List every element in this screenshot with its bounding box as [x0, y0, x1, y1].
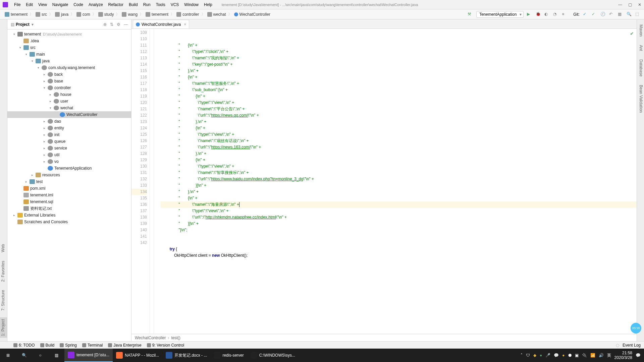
- stop-icon[interactable]: ■: [562, 12, 567, 17]
- taskbar-app[interactable]: 开发笔记.docx - ...: [162, 349, 210, 362]
- tray-wifi-icon[interactable]: 📶: [590, 353, 595, 358]
- menu-build[interactable]: Build: [126, 2, 141, 7]
- tree-item[interactable]: ▸init: [7, 131, 131, 138]
- editor-breadcrumb[interactable]: WechatController › test(): [131, 334, 637, 341]
- breadcrumb-item[interactable]: tenement: [144, 12, 170, 17]
- git-commit-icon[interactable]: ✓: [592, 12, 597, 17]
- tree-item[interactable]: ▸resources: [7, 172, 131, 178]
- event-log-icon[interactable]: ◌: [616, 343, 619, 348]
- menu-edit[interactable]: Edit: [23, 2, 36, 7]
- fold-strip[interactable]: [150, 29, 154, 334]
- breadcrumb-item[interactable]: tenement: [3, 12, 29, 17]
- tree-arrow-icon[interactable]: ▾: [13, 33, 17, 36]
- run-config-select[interactable]: TenementApplication: [476, 11, 524, 18]
- tree-arrow-icon[interactable]: ▸: [32, 173, 36, 177]
- tree-item[interactable]: ▸house: [7, 91, 131, 98]
- profile-icon[interactable]: ◔: [553, 12, 558, 17]
- taskbar-app[interactable]: C:\WINDOWS\sys...: [247, 349, 299, 362]
- menu-code[interactable]: Code: [71, 2, 86, 7]
- tree-item[interactable]: ▸base: [7, 78, 131, 84]
- tree-arrow-icon[interactable]: ▸: [25, 180, 30, 183]
- menu-tools[interactable]: Tools: [153, 2, 168, 7]
- hide-icon[interactable]: —: [124, 22, 128, 27]
- inspection-ok-icon[interactable]: ✔: [630, 31, 634, 37]
- code-editor[interactable]: " {\n" + " \"type\":\"click\",\n" + " \"…: [154, 29, 637, 334]
- tree-arrow-icon[interactable]: ▾: [32, 59, 36, 63]
- tray-ime[interactable]: 英: [607, 353, 611, 358]
- breadcrumb-item[interactable]: wang: [120, 12, 139, 17]
- tree-item[interactable]: tenement.sql: [7, 198, 131, 205]
- breadcrumb-item[interactable]: controller: [175, 12, 200, 17]
- tray-volume-icon[interactable]: 🔊: [599, 353, 604, 358]
- gear-icon[interactable]: ⚙: [117, 22, 120, 27]
- tree-item[interactable]: ▸External Libraries: [7, 212, 131, 219]
- notification-icon[interactable]: 💬: [636, 353, 641, 358]
- project-dropdown-icon[interactable]: ▾: [32, 22, 34, 27]
- tree-arrow-icon[interactable]: ▸: [44, 160, 48, 163]
- tree-item[interactable]: 资料笔记.txt: [7, 205, 131, 212]
- tree-item[interactable]: ▸test: [7, 178, 131, 185]
- taskbar-clock[interactable]: 21:58 2020/3/28: [614, 351, 632, 360]
- breadcrumb-item[interactable]: WechatController: [233, 12, 272, 17]
- event-log-button[interactable]: Event Log: [623, 343, 641, 348]
- tray-mic-icon[interactable]: 🎤: [545, 353, 550, 358]
- breadcrumb-item[interactable]: src: [34, 12, 48, 17]
- tree-item[interactable]: ▸queue: [7, 138, 131, 145]
- menu-view[interactable]: View: [36, 2, 50, 7]
- tool-project[interactable]: 1: Project: [0, 317, 7, 338]
- tree-arrow-icon[interactable]: ▸: [44, 133, 48, 136]
- menu-vcs[interactable]: VCS: [168, 2, 182, 7]
- bottom-tool-button[interactable]: Spring: [57, 343, 79, 348]
- tool-bean-validation[interactable]: Bean Validation: [637, 83, 644, 114]
- system-tray[interactable]: ˄ 🛡 ◆ ● 🎤 💬 ● ⬢ ▣ 🔌 📶 🔊 英 21:58 2020/3/2…: [521, 351, 644, 360]
- tree-item[interactable]: ▸user: [7, 98, 131, 105]
- tool-structure[interactable]: 7: Structure: [0, 288, 7, 312]
- tree-arrow-icon[interactable]: ▸: [44, 140, 48, 143]
- menu-run[interactable]: Run: [141, 2, 153, 7]
- taskbar-app[interactable]: NATAPP - - Mozil...: [113, 349, 162, 362]
- tree-arrow-icon[interactable]: ▸: [50, 93, 54, 96]
- tool-favorites[interactable]: 2: Favorites: [0, 259, 7, 284]
- bottom-tool-button[interactable]: 6: TODO: [11, 343, 38, 348]
- taskbar-app[interactable]: redis-server: [210, 349, 247, 362]
- tree-item[interactable]: ▾src: [7, 44, 131, 51]
- tree-item[interactable]: ▾main: [7, 51, 131, 58]
- project-combo-icon[interactable]: ▤: [11, 22, 14, 27]
- tree-arrow-icon[interactable]: ▸: [44, 79, 48, 83]
- breadcrumb-item[interactable]: wechat: [206, 12, 227, 17]
- tree-arrow-icon[interactable]: ▾: [25, 53, 30, 56]
- project-tree[interactable]: ▾tenementD:\study\Java\tenement.idea▾src…: [7, 29, 131, 341]
- tree-item[interactable]: TenementApplication: [7, 165, 131, 172]
- menu-refactor[interactable]: Refactor: [106, 2, 126, 7]
- tool-web[interactable]: Web: [0, 242, 7, 254]
- maximize-icon[interactable]: ▢: [628, 2, 632, 7]
- tree-item[interactable]: ▾wechat: [7, 105, 131, 111]
- timer-badge[interactable]: 03:18: [631, 323, 641, 334]
- menu-window[interactable]: Window: [181, 2, 201, 7]
- tree-arrow-icon[interactable]: ▸: [44, 73, 48, 76]
- bottom-tool-button[interactable]: Build: [38, 343, 57, 348]
- tree-arrow-icon[interactable]: ▸: [44, 120, 48, 123]
- tool-database[interactable]: Database: [637, 58, 644, 78]
- tree-arrow-icon[interactable]: ▾: [19, 46, 23, 49]
- task-view-icon[interactable]: ▥: [48, 349, 64, 362]
- tree-arrow-icon[interactable]: ▸: [44, 146, 48, 150]
- tree-item[interactable]: ▾tenementD:\study\Java\tenement: [7, 31, 131, 38]
- tree-item[interactable]: ▸entity: [7, 125, 131, 131]
- minimize-icon[interactable]: —: [618, 2, 622, 7]
- menu-analyze[interactable]: Analyze: [86, 2, 106, 7]
- tray-wechat-icon[interactable]: 💬: [554, 353, 559, 358]
- breadcrumb-item[interactable]: java: [54, 12, 70, 17]
- breadcrumb-item[interactable]: com: [75, 12, 92, 17]
- tree-item[interactable]: .idea: [7, 38, 131, 44]
- search-button[interactable]: 🔍: [16, 349, 32, 362]
- crumb-method[interactable]: test(): [171, 336, 180, 340]
- search-icon[interactable]: 🔍: [627, 12, 632, 17]
- tree-item[interactable]: ▸back: [7, 71, 131, 78]
- tray-app3-icon[interactable]: ●: [562, 353, 565, 358]
- bottom-tool-button[interactable]: Java Enterprise: [105, 343, 144, 348]
- tree-item[interactable]: WechatController: [7, 111, 131, 118]
- settings-icon[interactable]: ⬚: [635, 12, 641, 17]
- tree-item[interactable]: Scratches and Consoles: [7, 219, 131, 225]
- tray-shield-icon[interactable]: 🛡: [526, 353, 530, 358]
